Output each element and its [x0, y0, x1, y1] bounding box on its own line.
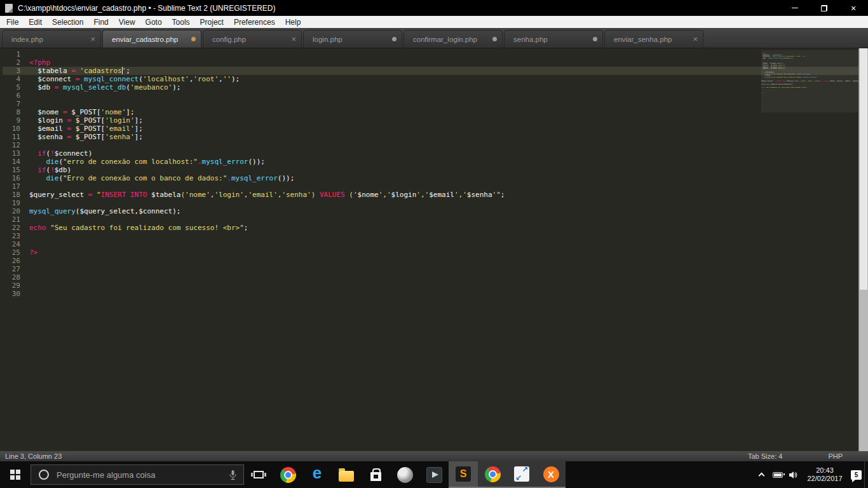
scrollbar-thumb[interactable] — [860, 48, 867, 290]
code-line[interactable]: 13 if(!$connect) — [3, 149, 868, 158]
tab-confirmar_login.php[interactable]: confirmar_login.php — [403, 30, 503, 48]
taskbar-chrome-button[interactable] — [478, 461, 507, 488]
code-line[interactable]: 26 — [3, 257, 868, 265]
menu-edit[interactable]: Edit — [24, 18, 47, 27]
line-number[interactable]: 2 — [3, 58, 29, 67]
code-line[interactable]: 14 die("erro de conexão com localhost:".… — [3, 158, 868, 166]
line-number[interactable]: 21 — [3, 215, 29, 224]
line-number[interactable]: 17 — [3, 182, 29, 191]
menu-file[interactable]: File — [1, 18, 24, 27]
code-line[interactable]: 2<?php — [3, 58, 868, 67]
taskbar-blue-arrows-app-button[interactable] — [507, 461, 536, 488]
code-line[interactable]: 20mysql_query($query_select,$connect); — [3, 207, 868, 215]
code-line[interactable]: 16 die("Erro de conexão com o banco de d… — [3, 174, 868, 182]
line-number[interactable]: 7 — [3, 100, 29, 108]
line-number[interactable]: 27 — [3, 265, 29, 273]
tab-close-icon[interactable]: × — [693, 35, 698, 43]
volume-button[interactable] — [785, 461, 801, 488]
menu-selection[interactable]: Selection — [47, 18, 88, 27]
code-line[interactable]: 9 $login = $_POST['login']; — [3, 116, 868, 125]
line-number[interactable]: 26 — [3, 257, 29, 265]
taskbar-store-button[interactable] — [361, 461, 390, 488]
line-number[interactable]: 29 — [3, 281, 29, 290]
taskbar-file-explorer-button[interactable] — [332, 461, 361, 488]
line-number[interactable]: 9 — [3, 116, 29, 125]
code-line[interactable]: 6 — [3, 92, 868, 100]
line-number[interactable]: 24 — [3, 240, 29, 248]
code-line[interactable]: 12 — [3, 141, 868, 149]
tab-senha.php[interactable]: senha.php — [504, 30, 603, 48]
line-number[interactable]: 16 — [3, 174, 29, 182]
tab-config.php[interactable]: config.php× — [203, 30, 302, 48]
modified-dot-icon[interactable] — [593, 37, 597, 41]
menu-view[interactable]: View — [114, 18, 140, 27]
hidden-icons-chevron[interactable] — [754, 461, 770, 488]
scrollbar-track[interactable] — [858, 48, 868, 451]
line-number[interactable]: 19 — [3, 199, 29, 207]
menu-find[interactable]: Find — [88, 18, 113, 27]
tab-enviar_senha.php[interactable]: enviar_senha.php× — [604, 30, 703, 48]
code-line[interactable]: 25?> — [3, 248, 868, 257]
taskbar-edge-button[interactable] — [302, 461, 332, 488]
taskbar-dark-arrow-app-button[interactable] — [419, 461, 449, 488]
line-number[interactable]: 25 — [3, 248, 29, 257]
code-line[interactable]: 23 — [3, 232, 868, 240]
code-line[interactable]: 29 — [3, 281, 868, 290]
code-line[interactable]: 27 — [3, 265, 868, 273]
code-line[interactable]: 3 $tabela = 'cadastros'; — [3, 67, 868, 75]
clock[interactable]: 20:43 22/02/2017 — [801, 466, 848, 483]
code-line[interactable]: 10 $email = $_POST['email']; — [3, 125, 868, 133]
tab-size-indicator[interactable]: Tab Size: 4 — [748, 452, 782, 460]
code-line[interactable]: 1 — [3, 50, 868, 58]
line-number[interactable]: 8 — [3, 108, 29, 116]
minimap[interactable]: <?php $tabela = 'cadastros'; $connect = … — [761, 50, 858, 112]
taskbar-task-view-button[interactable] — [244, 461, 273, 488]
menu-goto[interactable]: Goto — [140, 18, 167, 27]
minimize-button[interactable] — [780, 0, 810, 16]
code-line[interactable]: 22echo "Seu cadastro foi realizado com s… — [3, 224, 868, 232]
taskbar-xampp-button[interactable] — [536, 461, 566, 488]
line-number[interactable]: 23 — [3, 232, 29, 240]
tab-close-icon[interactable]: × — [90, 35, 95, 43]
code-line[interactable]: 7 — [3, 100, 868, 108]
tab-index.php[interactable]: index.php× — [2, 30, 101, 48]
code-line[interactable]: 30 — [3, 290, 868, 298]
code-line[interactable]: 17 — [3, 182, 868, 191]
code-line[interactable]: 21 — [3, 215, 868, 224]
editor[interactable]: 12<?php3 $tabela = 'cadastros';4 $connec… — [0, 48, 868, 451]
microphone-icon[interactable] — [229, 470, 237, 480]
syntax-indicator[interactable]: PHP — [828, 452, 843, 460]
menu-tools[interactable]: Tools — [167, 18, 195, 27]
line-number[interactable]: 14 — [3, 158, 29, 166]
line-number[interactable]: 15 — [3, 166, 29, 174]
taskbar-sublime-text-button[interactable] — [449, 461, 478, 488]
line-number[interactable]: 20 — [3, 207, 29, 215]
cortana-search-box[interactable]: Pergunte-me alguma coisa — [31, 464, 244, 485]
line-number[interactable]: 13 — [3, 149, 29, 158]
close-button[interactable]: × — [839, 0, 868, 16]
line-number[interactable]: 6 — [3, 92, 29, 100]
menu-help[interactable]: Help — [280, 18, 306, 27]
code-line[interactable]: 18$query_select = "INSERT INTO $tabela('… — [3, 191, 868, 199]
code-line[interactable]: 19 — [3, 199, 868, 207]
action-center-button[interactable]: 5 — [848, 461, 864, 488]
line-number[interactable]: 30 — [3, 290, 29, 298]
line-number[interactable]: 11 — [3, 133, 29, 141]
restore-button[interactable] — [810, 0, 839, 16]
code-line[interactable]: 15 if(!$db) — [3, 166, 868, 174]
menu-project[interactable]: Project — [195, 18, 229, 27]
modified-dot-icon[interactable] — [492, 37, 497, 41]
code-line[interactable]: 8 $nome = $_POST['nome']; — [3, 108, 868, 116]
line-number[interactable]: 12 — [3, 141, 29, 149]
battery-button[interactable] — [770, 461, 785, 488]
code-line[interactable]: 28 — [3, 273, 868, 281]
line-number[interactable]: 5 — [3, 83, 29, 92]
line-number[interactable]: 4 — [3, 75, 29, 83]
tab-enviar_cadastro.php[interactable]: enviar_cadastro.php — [102, 30, 201, 48]
modified-dot-icon[interactable] — [392, 37, 397, 41]
line-number[interactable]: 10 — [3, 125, 29, 133]
line-number[interactable]: 3 — [3, 67, 29, 75]
show-desktop-button[interactable] — [864, 461, 868, 488]
line-number[interactable]: 22 — [3, 224, 29, 232]
line-number[interactable]: 18 — [3, 191, 29, 199]
